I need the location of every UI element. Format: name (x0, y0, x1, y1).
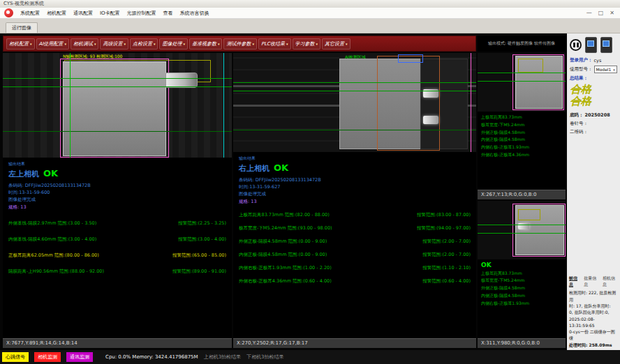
right-camera-image[interactable]: AI检测区域 (233, 53, 476, 152)
user-label: 登录用户： (570, 57, 593, 63)
titlebar: CYS-视觉检测系统 (0, 0, 620, 8)
heartbeat-indicator: 心跳信号 (2, 352, 29, 362)
preview-2-image[interactable] (478, 201, 566, 259)
toolbar-test-piece-params[interactable]: 测试件参数▾ (223, 38, 257, 50)
ok-status: OK (274, 162, 288, 173)
measure-line (478, 73, 566, 73)
toolbar-image-processing[interactable]: 图像处理▾ (159, 38, 188, 50)
code-label: 底码： (570, 112, 584, 119)
camera-icon (587, 40, 594, 47)
stats-tab-batch[interactable]: 批量信息 (584, 275, 600, 288)
metal-connector (165, 73, 198, 88)
camera-icon (603, 40, 610, 47)
result-caption: 输出结果 (239, 156, 471, 162)
model-select[interactable]: Model1 ▾ (594, 66, 617, 73)
code-value: 20250208 (585, 112, 610, 118)
toolbar-ai-use-config[interactable]: AI使用配置▾ (36, 38, 69, 50)
preview-2-coord-bar: X:311,Y:980;R:0,G:0,B:0 (478, 338, 566, 348)
pause-button[interactable] (570, 39, 582, 51)
camera-1-icon-button[interactable] (585, 37, 597, 53)
stats-tab-camera[interactable]: 相机信息 (603, 275, 619, 288)
tab-strip: 运行图像 (0, 19, 620, 33)
minimize-button[interactable]: — (586, 10, 592, 16)
camera-title: 右上相机 (239, 163, 270, 174)
measure-line (3, 131, 232, 132)
toolbar-advanced-settings[interactable]: 高级设置▾ (100, 38, 128, 50)
chevron-down-icon: ▾ (94, 42, 96, 46)
close-button[interactable]: ✕ (610, 10, 614, 16)
total-result-label: 总结果： (570, 75, 588, 82)
measurement-row: 极耳宽度-下M5.24mm 范围:(93.00 - 98.00)报警范围:(94… (239, 225, 471, 232)
toolbar-camera-config[interactable]: 相机配置▾ (6, 38, 35, 50)
measurement-row: 内侧正极-隔膜4.58mm 范围:(0.00 - 9.00)报警范围:(2.00… (239, 252, 471, 258)
needle-label: 卷针号： (570, 121, 588, 127)
measurement-row: 外侧正极-隔膜4.58mm 范围:(0.00 - 9.00)报警范围:(2.00… (239, 238, 471, 245)
roi-rectangle-orange (377, 56, 440, 151)
barcode-line: 条码码: DFFJiiw2025020813313472B (239, 176, 471, 183)
camera-2-icon-button[interactable] (600, 37, 612, 53)
chevron-down-icon: ▾ (613, 68, 615, 72)
chevron-down-icon: ▾ (316, 42, 318, 46)
toolbar-spot-check-settings[interactable]: 点检设置▾ (130, 38, 158, 50)
cpu-memory-status: Cpu: 0.0% Memory: 3424.41796875M (105, 354, 198, 360)
toolbar-baseline-params[interactable]: 基准视参数▾ (189, 38, 223, 50)
preview-1-image[interactable] (478, 53, 566, 112)
status-bar: 心跳信号 相机监测 通讯监测 Cpu: 0.0% Memory: 3424.41… (0, 350, 620, 364)
measure-line (233, 91, 476, 91)
ai-detect-box (398, 54, 423, 63)
stats-line: 检测用时: 222, 批质检测用 (569, 289, 619, 303)
measure-line (233, 82, 476, 83)
menu-language-switch[interactable]: 系统语言切换 (180, 10, 209, 17)
preview-2-results: OK 上极耳距离83.73mm 极耳宽度-下M5.24mm 外侧正极-隔膜4.5… (478, 259, 566, 338)
preview-camera-1: 上极耳距离83.73mm 极耳宽度-下M5.24mm 外侧正极-隔膜4.58mm… (478, 53, 566, 199)
measure-line (478, 81, 566, 82)
tab-run-image[interactable]: 运行图像 (6, 22, 38, 33)
app-logo-icon (4, 8, 13, 17)
camera-title: 左上相机 (8, 169, 39, 179)
measure-line (233, 130, 476, 130)
stats-line: 0-cys一份 二级缓存一图缓 (569, 328, 619, 342)
time-line: 时间:13-31-59-600 (8, 189, 226, 196)
stats-tab-frame[interactable]: 帧信息 (569, 275, 581, 288)
stats-tabs: 帧信息 批量信息 相机信息 (569, 275, 619, 288)
time-line: 时间:13-31-59-627 (239, 183, 471, 190)
left-pixel-coord-bar: X:7677,Y:891;R:14,G:14,B:14 (3, 338, 232, 348)
stats-line: 时: 17, 批队分率用时: (569, 303, 619, 309)
toolbar-learning-params[interactable]: 学习参数▾ (293, 38, 321, 50)
left-camera-image[interactable]: N轴检测区域: 93 检测区域:100 (3, 53, 232, 158)
process-time-line: 处理时间: 258.09ms (569, 342, 619, 348)
menu-system-config[interactable]: 系统配置 (20, 10, 40, 17)
left-camera-results: 输出结果 左上相机 OK 条码码: DFFJiiw202502081331347… (3, 158, 232, 338)
toolbar-camera-debug[interactable]: 相机调试▾ (71, 38, 99, 50)
measure-line (3, 86, 232, 87)
run-controls (570, 37, 618, 53)
chevron-down-icon: ▾ (346, 42, 348, 46)
menu-light-config[interactable]: 光源控制配置 (127, 10, 156, 17)
edge-line (471, 53, 471, 152)
menu-comm-config[interactable]: 通讯配置 (73, 10, 93, 17)
user-value: cys (594, 58, 602, 63)
menu-camera-config[interactable]: 相机配置 (47, 10, 66, 17)
window-controls: — □ ✕ (586, 10, 620, 16)
process-status: 图像处理完成 (239, 190, 471, 197)
chevron-down-icon: ▾ (64, 42, 66, 46)
menu-view[interactable]: 查看 (163, 10, 173, 17)
right-camera-results: 输出结果 右上相机 OK 条码码: DFFJiiw202502081331347… (233, 152, 476, 338)
stats-line: 2025:02:08-13:31:59:65 (569, 316, 619, 329)
stats-block: 帧信息 批量信息 相机信息 检测用时: 222, 批质检测用 时: 17, 批队… (569, 275, 619, 348)
menubar: 系统配置 相机配置 通讯配置 IO卡配置 光源控制配置 查看 系统语言切换 — … (0, 8, 620, 19)
measurement-row: 外侧右极-正极耳4.36mm 范围:(0.60 - 4.00)报警范围:(0.6… (239, 278, 471, 285)
app-window: CYS-视觉检测系统 系统配置 相机配置 通讯配置 IO卡配置 光源控制配置 查… (0, 0, 620, 364)
total-result-value: 合格 合格 (570, 84, 618, 108)
edge-line (223, 53, 224, 158)
pause-icon (573, 43, 575, 47)
process-status: 图像处理完成 (8, 196, 226, 203)
measurement-row: 内侧基线-隔膜4.60mm 范围:(3.00 - 4.00)报警范围:(3.00… (8, 236, 226, 243)
maximize-button[interactable]: □ (598, 10, 604, 16)
measurement-row: 上极耳距离83.73mm 范围:(82.00 - 88.00)报警范围:(83.… (239, 212, 471, 218)
toolbar-plc-results[interactable]: PLC收结果▾ (258, 38, 291, 50)
chevron-down-icon: ▾ (124, 42, 126, 46)
toolbar-other-settings[interactable]: 其它设置▾ (322, 38, 350, 50)
model-label: 使用型号： (570, 66, 593, 73)
menu-io-config[interactable]: IO卡配置 (100, 10, 120, 17)
